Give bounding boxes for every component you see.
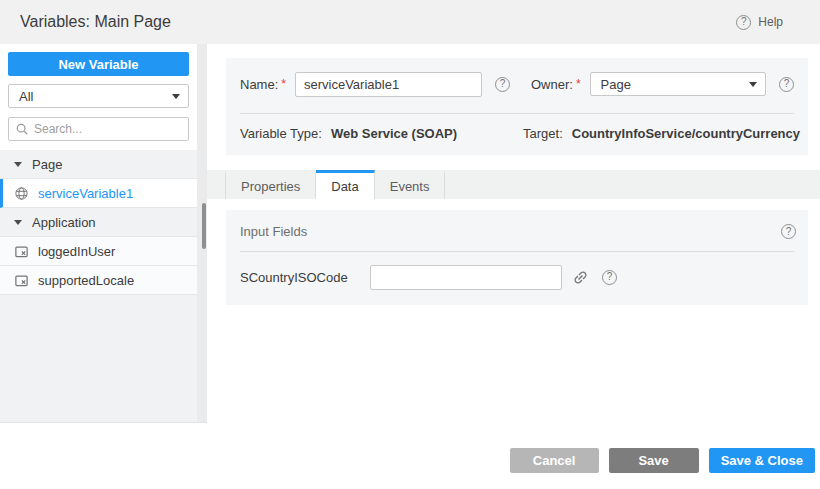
- variable-icon: [14, 273, 29, 288]
- input-fields-help-icon[interactable]: [781, 224, 796, 239]
- chevron-down-icon: [749, 82, 757, 87]
- tree-group-label: Page: [32, 157, 62, 172]
- dialog-header: Variables: Main Page Help: [0, 0, 820, 44]
- owner-select[interactable]: Page: [590, 72, 766, 96]
- search-input[interactable]: [34, 122, 182, 136]
- web-service-icon: [14, 186, 29, 201]
- save-button[interactable]: Save: [609, 448, 699, 473]
- tree-group-label: Application: [32, 215, 96, 230]
- tab-data[interactable]: Data: [316, 170, 374, 199]
- tree-group-page[interactable]: Page: [0, 150, 197, 179]
- field-label: SCountryISOCode: [240, 270, 370, 285]
- detail-tab-bar: Properties Data Events: [207, 170, 820, 199]
- target-label: Target:: [523, 126, 563, 141]
- tree-item-label: loggedInUser: [38, 244, 115, 259]
- input-fields-header: Input Fields: [240, 224, 796, 239]
- sidebar-controls: New Variable All: [0, 44, 197, 150]
- sidebar-item-servicevariable1[interactable]: serviceVariable1: [0, 179, 197, 208]
- help-label: Help: [758, 15, 783, 29]
- tree-item-label: serviceVariable1: [38, 186, 133, 201]
- tab-events[interactable]: Events: [375, 170, 446, 199]
- cancel-button[interactable]: Cancel: [510, 448, 599, 473]
- filter-select-value: All: [19, 89, 33, 104]
- panel-divider: [240, 113, 794, 114]
- name-input[interactable]: [295, 72, 482, 97]
- field-row-scountryisocode: SCountryISOCode: [240, 264, 794, 290]
- tab-properties[interactable]: Properties: [225, 170, 316, 199]
- owner-select-value: Page: [601, 77, 631, 92]
- owner-help-icon[interactable]: [779, 77, 794, 92]
- help-button[interactable]: Help: [736, 15, 783, 30]
- variable-type-value: Web Service (SOAP): [331, 126, 457, 141]
- variables-sidebar: New Variable All Page: [0, 44, 197, 423]
- chevron-down-icon: [172, 94, 180, 99]
- sidebar-scrollbar-thumb[interactable]: [202, 203, 206, 249]
- tree-group-application[interactable]: Application: [0, 208, 197, 237]
- required-asterisk: *: [576, 77, 581, 91]
- new-variable-button[interactable]: New Variable: [8, 52, 189, 76]
- input-fields-title: Input Fields: [240, 224, 307, 239]
- variable-summary-panel: Name: * Owner: * Page Variable Type: Web…: [226, 58, 808, 155]
- sidebar-item-loggedinuser[interactable]: loggedInUser: [0, 237, 197, 266]
- help-icon: [736, 15, 751, 30]
- field-help-icon[interactable]: [602, 270, 617, 285]
- variables-dialog: Variables: Main Page Help New Variable A…: [0, 0, 820, 489]
- collapse-arrow-icon: [14, 220, 22, 225]
- save-and-close-button[interactable]: Save & Close: [709, 448, 815, 473]
- filter-select[interactable]: All: [8, 84, 189, 108]
- target-value: CountryInfoService/countryCurrency: [572, 126, 800, 141]
- name-label: Name:: [240, 77, 278, 92]
- panel-divider: [240, 251, 794, 252]
- sidebar-scrollbar-track[interactable]: [197, 44, 207, 423]
- search-box: [8, 117, 189, 141]
- required-asterisk: *: [281, 77, 286, 91]
- dialog-footer: Cancel Save Save & Close: [510, 448, 815, 473]
- search-icon: [15, 122, 29, 136]
- page-title: Variables: Main Page: [20, 13, 171, 31]
- owner-label: Owner:: [531, 77, 573, 92]
- variable-type-label: Variable Type:: [240, 126, 322, 141]
- name-owner-row: Name: * Owner: * Page: [240, 71, 794, 97]
- variable-icon: [14, 244, 29, 259]
- tree-item-label: supportedLocale: [38, 273, 134, 288]
- link-icon[interactable]: [572, 269, 589, 286]
- scountryisocode-input[interactable]: [370, 265, 562, 290]
- sidebar-item-supportedlocale[interactable]: supportedLocale: [0, 266, 197, 295]
- name-help-icon[interactable]: [495, 77, 510, 92]
- main-content: Name: * Owner: * Page Variable Type: Web…: [207, 44, 820, 423]
- type-target-row: Variable Type: Web Service (SOAP) Target…: [240, 126, 794, 142]
- input-fields-panel: Input Fields SCountryISOCode: [226, 210, 808, 305]
- collapse-arrow-icon: [14, 162, 22, 167]
